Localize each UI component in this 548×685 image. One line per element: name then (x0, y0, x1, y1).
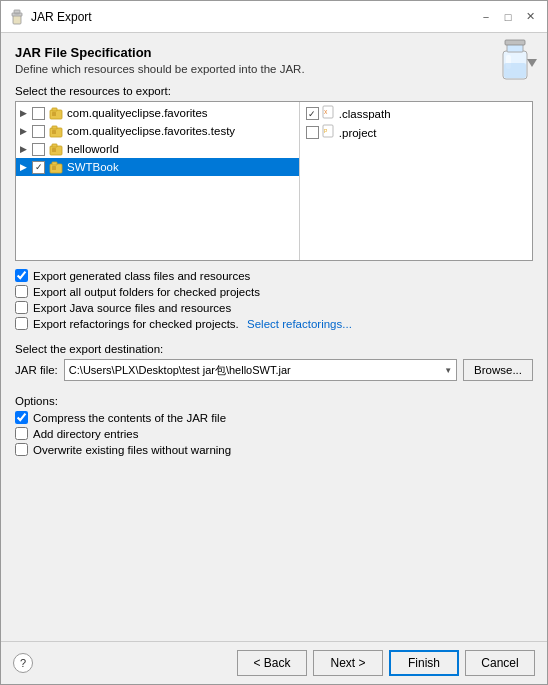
close-button[interactable]: ✕ (521, 8, 539, 26)
svg-rect-20 (52, 162, 57, 165)
options-section: Options: Compress the contents of the JA… (15, 395, 533, 459)
svg-rect-12 (52, 112, 56, 116)
tree-right-pane: X .classpath P .project (300, 102, 532, 260)
tree-label-3: helloworld (67, 143, 119, 155)
dest-label: Select the export destination: (15, 343, 533, 355)
export-checkbox-2[interactable] (15, 285, 28, 298)
tree-label-4: SWTBook (67, 161, 119, 173)
tree-item-favorites[interactable]: ▶ com.qualityeclipse.favorites (16, 104, 299, 122)
tree-item-project[interactable]: P .project (300, 123, 532, 142)
svg-rect-21 (52, 166, 56, 170)
export-checkbox-1[interactable] (15, 269, 28, 282)
option-compress: Compress the contents of the JAR file (15, 411, 533, 424)
dialog-footer: ? < Back Next > Finish Cancel (1, 641, 547, 684)
jar-file-value: C:\Users\PLX\Desktop\test jar包\helloSWT.… (69, 363, 349, 378)
dest-row: JAR file: C:\Users\PLX\Desktop\test jar包… (15, 359, 533, 381)
tree-label-1: com.qualityeclipse.favorites (67, 107, 208, 119)
tree-item-helloworld[interactable]: ▶ helloworld (16, 140, 299, 158)
pkg-icon-1 (48, 105, 64, 121)
help-button[interactable]: ? (13, 653, 33, 673)
title-bar-text: JAR Export (31, 10, 92, 24)
select-refactorings-link[interactable]: Select refactorings... (247, 318, 352, 330)
maximize-button[interactable]: □ (499, 8, 517, 26)
export-option-4: Export refactorings for checked projects… (15, 317, 533, 330)
svg-point-3 (14, 14, 20, 16)
export-label-4: Export refactorings for checked projects… (33, 318, 242, 330)
export-options: Export generated class files and resourc… (15, 269, 533, 333)
tree-checkbox-4[interactable] (32, 161, 45, 174)
jar-file-label: JAR file: (15, 364, 58, 376)
svg-rect-11 (52, 108, 57, 111)
header-row: JAR File Specification Define which reso… (15, 45, 533, 85)
option-label-3: Overwrite existing files without warning (33, 444, 231, 456)
tree-item-swtbook[interactable]: ▶ SWTBook (16, 158, 299, 176)
tree-label: Select the resources to export: (15, 85, 533, 97)
tree-arrow-1: ▶ (20, 108, 32, 118)
export-label-3: Export Java source files and resources (33, 302, 231, 314)
title-bar-controls: − □ ✕ (477, 8, 539, 26)
export-checkbox-4[interactable] (15, 317, 28, 330)
svg-rect-14 (52, 126, 57, 129)
combo-arrow-icon: ▼ (444, 366, 452, 375)
finish-button[interactable]: Finish (389, 650, 459, 676)
back-button[interactable]: < Back (237, 650, 307, 676)
option-checkbox-3[interactable] (15, 443, 28, 456)
export-label-2: Export all output folders for checked pr… (33, 286, 260, 298)
destination-section: Select the export destination: JAR file:… (15, 343, 533, 389)
tree-label-cp: .classpath (339, 108, 391, 120)
tree-checkbox-cp[interactable] (306, 107, 319, 120)
minimize-button[interactable]: − (477, 8, 495, 26)
title-bar: JAR Export − □ ✕ (1, 1, 547, 33)
option-label-2: Add directory entries (33, 428, 138, 440)
project-icon: P (322, 124, 336, 141)
cancel-button[interactable]: Cancel (465, 650, 535, 676)
title-bar-left: JAR Export (9, 9, 92, 25)
tree-label-proj: .project (339, 127, 377, 139)
export-label-1: Export generated class files and resourc… (33, 270, 250, 282)
tree-checkbox-1[interactable] (32, 107, 45, 120)
pkg-icon-4 (48, 159, 64, 175)
export-option-3: Export Java source files and resources (15, 301, 533, 314)
classpath-icon: X (322, 105, 336, 122)
pkg-icon-3 (48, 141, 64, 157)
option-label-1: Compress the contents of the JAR file (33, 412, 226, 424)
tree-checkbox-3[interactable] (32, 143, 45, 156)
option-checkbox-1[interactable] (15, 411, 28, 424)
options-label: Options: (15, 395, 533, 407)
option-overwrite: Overwrite existing files without warning (15, 443, 533, 456)
svg-rect-18 (52, 148, 56, 152)
dialog-title: JAR File Specification (15, 45, 533, 60)
tree-panel: ▶ com.qualityeclipse.favorites ▶ (15, 101, 533, 261)
export-option-2: Export all output folders for checked pr… (15, 285, 533, 298)
option-directory: Add directory entries (15, 427, 533, 440)
tree-label-2: com.qualityeclipse.favorites.testy (67, 125, 235, 137)
dialog-content: JAR File Specification Define which reso… (1, 33, 547, 641)
tree-item-classpath[interactable]: X .classpath (300, 104, 532, 123)
dialog-description: Define which resources should be exporte… (15, 63, 533, 75)
tree-checkbox-2[interactable] (32, 125, 45, 138)
pkg-icon-2 (48, 123, 64, 139)
jar-file-combo[interactable]: C:\Users\PLX\Desktop\test jar包\helloSWT.… (64, 359, 457, 381)
svg-rect-15 (52, 130, 56, 134)
jar-export-dialog: JAR Export − □ ✕ (0, 0, 548, 685)
export-option-1: Export generated class files and resourc… (15, 269, 533, 282)
tree-arrow-2: ▶ (20, 126, 32, 136)
tree-left-pane: ▶ com.qualityeclipse.favorites ▶ (16, 102, 300, 260)
footer-buttons: < Back Next > Finish Cancel (237, 650, 535, 676)
tree-arrow-4: ▶ (20, 162, 32, 172)
browse-button[interactable]: Browse... (463, 359, 533, 381)
svg-rect-17 (52, 144, 57, 147)
option-checkbox-2[interactable] (15, 427, 28, 440)
jar-title-icon (9, 9, 25, 25)
tree-arrow-3: ▶ (20, 144, 32, 154)
svg-rect-2 (14, 10, 20, 13)
next-button[interactable]: Next > (313, 650, 383, 676)
tree-checkbox-proj[interactable] (306, 126, 319, 139)
tree-item-favorites-testy[interactable]: ▶ com.qualityeclipse.favorites.testy (16, 122, 299, 140)
export-checkbox-3[interactable] (15, 301, 28, 314)
